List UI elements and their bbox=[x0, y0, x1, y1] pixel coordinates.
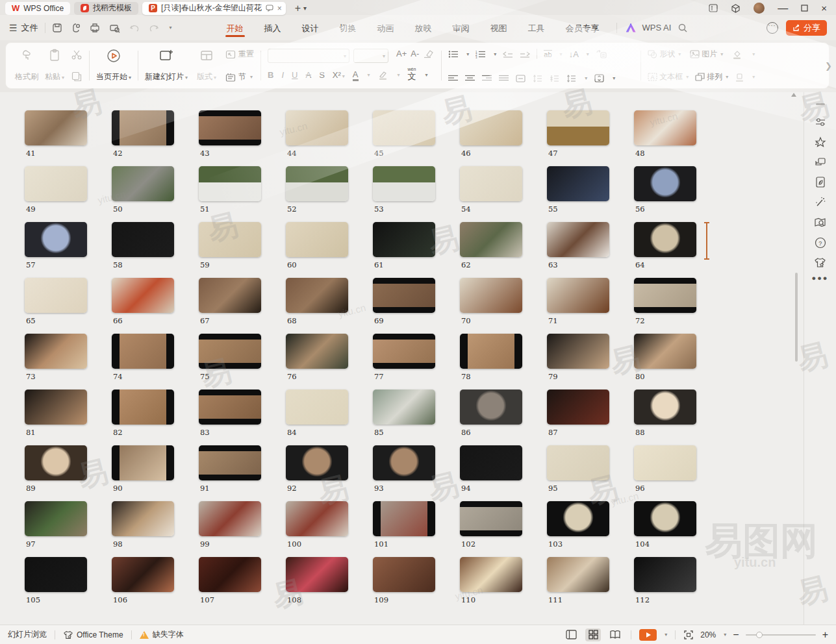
scrollbar-up-arrow[interactable] bbox=[791, 93, 796, 97]
slide-thumbnail-67[interactable] bbox=[199, 278, 261, 313]
slide-thumbnail-50[interactable] bbox=[112, 166, 174, 201]
app-tab-wps-office[interactable]: W WPS Office bbox=[5, 2, 70, 15]
slide-thumbnail-89[interactable] bbox=[25, 445, 87, 480]
menu-tab-设计[interactable]: 设计 bbox=[301, 18, 320, 38]
slide-thumbnail-96[interactable] bbox=[634, 445, 696, 480]
slide-thumbnail-85[interactable] bbox=[373, 390, 435, 425]
slide-sorter-canvas[interactable]: 4142434445464748495051525354555657585960… bbox=[0, 92, 804, 625]
slide-thumbnail-93[interactable] bbox=[373, 445, 435, 480]
slide-thumbnail-97[interactable] bbox=[25, 501, 87, 536]
slide-thumbnail-101[interactable] bbox=[373, 501, 435, 536]
save-icon[interactable] bbox=[52, 23, 62, 33]
slide-thumbnail-42[interactable] bbox=[112, 110, 174, 145]
align-center-button[interactable] bbox=[465, 75, 475, 82]
slide-thumbnail-56[interactable] bbox=[634, 166, 696, 201]
font-size-select[interactable]: ▾ bbox=[353, 49, 388, 63]
search-icon[interactable] bbox=[678, 23, 688, 33]
slide-thumbnail-109[interactable] bbox=[373, 557, 435, 592]
slide-thumbnail-111[interactable] bbox=[547, 557, 609, 592]
help-icon[interactable]: ? bbox=[815, 232, 826, 253]
missing-font-label[interactable]: 缺失字体 bbox=[153, 629, 184, 640]
properties-sliders-icon[interactable] bbox=[815, 112, 826, 132]
print-icon[interactable] bbox=[90, 23, 100, 33]
slide-thumbnail-61[interactable] bbox=[373, 222, 435, 257]
slide-thumbnail-72[interactable] bbox=[634, 278, 696, 313]
slide-thumbnail-99[interactable] bbox=[199, 501, 261, 536]
slide-thumbnail-77[interactable] bbox=[373, 334, 435, 369]
magic-wand-icon[interactable] bbox=[815, 192, 826, 212]
minimize-button[interactable]: — bbox=[778, 3, 788, 14]
favorites-star-icon[interactable] bbox=[815, 132, 826, 152]
zoom-in-button[interactable]: + bbox=[822, 629, 828, 641]
slide-thumbnail-102[interactable] bbox=[460, 501, 522, 536]
sidebar-collapse-dash-icon[interactable] bbox=[816, 103, 825, 105]
slide-thumbnail-104[interactable] bbox=[634, 501, 696, 536]
slide-thumbnail-110[interactable] bbox=[460, 557, 522, 592]
navigate-search-icon[interactable] bbox=[814, 212, 826, 232]
more-tools-icon[interactable]: ●●● bbox=[812, 274, 829, 282]
normal-view-button[interactable] bbox=[563, 628, 579, 641]
zoom-chevron-icon[interactable]: ▾ bbox=[724, 632, 726, 638]
slide-thumbnail-59[interactable] bbox=[199, 222, 261, 257]
slide-thumbnail-60[interactable] bbox=[286, 222, 348, 257]
zoom-slider[interactable] bbox=[746, 634, 816, 636]
zoom-level-label[interactable]: 20% bbox=[700, 630, 716, 639]
slide-thumbnail-80[interactable] bbox=[634, 334, 696, 369]
zoom-slider-handle[interactable] bbox=[756, 632, 763, 638]
hamburger-menu-icon[interactable]: ☰ bbox=[9, 23, 18, 33]
slide-thumbnail-108[interactable] bbox=[286, 557, 348, 592]
slide-thumbnail-87[interactable] bbox=[547, 390, 609, 425]
slide-thumbnail-65[interactable] bbox=[25, 278, 87, 313]
slide-thumbnail-71[interactable] bbox=[547, 278, 609, 313]
slide-thumbnail-79[interactable] bbox=[547, 334, 609, 369]
ribbon-expand-chevron-icon[interactable]: ❯ bbox=[825, 61, 832, 71]
menu-tab-放映[interactable]: 放映 bbox=[414, 18, 433, 38]
slide-thumbnail-46[interactable] bbox=[460, 110, 522, 145]
slide-thumbnail-82[interactable] bbox=[112, 390, 174, 425]
slide-thumbnail-48[interactable] bbox=[634, 110, 696, 145]
slide-thumbnail-62[interactable] bbox=[460, 222, 522, 257]
pinyin-guide-button[interactable]: wén文 bbox=[408, 68, 416, 82]
new-tab-button[interactable]: + bbox=[295, 3, 301, 14]
slide-thumbnail-44[interactable] bbox=[286, 110, 348, 145]
wps-ai-button[interactable]: WPS AI bbox=[642, 23, 672, 32]
output-icon[interactable] bbox=[71, 23, 81, 33]
document-tab-active[interactable]: P [只读]春山秋水-金华望山荷花 × bbox=[142, 2, 286, 15]
slide-thumbnail-53[interactable] bbox=[373, 166, 435, 201]
slide-thumbnail-91[interactable] bbox=[199, 445, 261, 480]
vertical-text-button[interactable]: ↓A bbox=[569, 49, 579, 59]
play-from-current-button[interactable]: 当页开始▾ bbox=[96, 47, 131, 84]
theme-label[interactable]: Office Theme bbox=[77, 630, 123, 639]
slide-thumbnail-47[interactable] bbox=[547, 110, 609, 145]
slide-thumbnail-55[interactable] bbox=[547, 166, 609, 201]
slide-thumbnail-95[interactable] bbox=[547, 445, 609, 480]
bullet-list-button[interactable] bbox=[448, 50, 459, 58]
slide-thumbnail-112[interactable] bbox=[634, 557, 696, 592]
3d-box-icon[interactable] bbox=[731, 4, 741, 13]
slide-thumbnail-41[interactable] bbox=[25, 110, 87, 145]
slide-thumbnail-76[interactable] bbox=[286, 334, 348, 369]
menu-tab-动画[interactable]: 动画 bbox=[376, 18, 396, 38]
slide-thumbnail-88[interactable] bbox=[634, 390, 696, 425]
slide-thumbnail-51[interactable] bbox=[199, 166, 261, 201]
slide-thumbnail-83[interactable] bbox=[199, 390, 261, 425]
material-leaf-icon[interactable] bbox=[815, 172, 826, 192]
slide-thumbnail-90[interactable] bbox=[112, 445, 174, 480]
user-avatar[interactable] bbox=[754, 3, 765, 14]
slide-sorter-view-button[interactable] bbox=[585, 628, 601, 641]
new-slide-button[interactable]: 新建幻灯片▾ bbox=[145, 47, 188, 84]
slide-thumbnail-106[interactable] bbox=[112, 557, 174, 592]
close-tab-icon[interactable]: × bbox=[277, 4, 282, 13]
slide-thumbnail-103[interactable] bbox=[547, 501, 609, 536]
slide-thumbnail-78[interactable] bbox=[460, 334, 522, 369]
slide-thumbnail-63[interactable] bbox=[547, 222, 609, 257]
line-spacing-button[interactable] bbox=[566, 75, 576, 82]
maximize-button[interactable] bbox=[801, 5, 808, 12]
align-left-button[interactable] bbox=[448, 75, 458, 82]
file-menu-button[interactable]: 文件 bbox=[21, 22, 38, 34]
slide-thumbnail-49[interactable] bbox=[25, 166, 87, 201]
slide-thumbnail-94[interactable] bbox=[460, 445, 522, 480]
slide-thumbnail-98[interactable] bbox=[112, 501, 174, 536]
app-tab-docer-templates[interactable]: 找稻壳模板 bbox=[74, 2, 138, 15]
slide-thumbnail-92[interactable] bbox=[286, 445, 348, 480]
